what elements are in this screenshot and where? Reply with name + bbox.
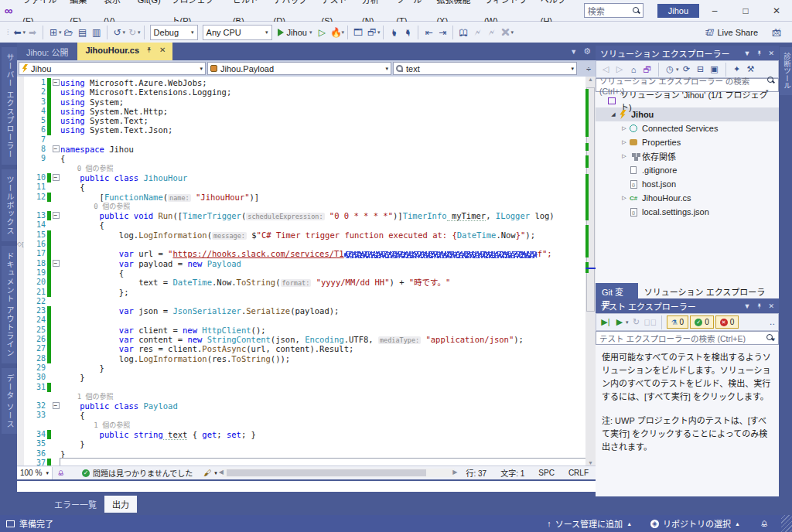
code-line-4[interactable]: 4using System.Net.Http; [24, 107, 585, 116]
notifications-bell-icon[interactable]: 🕭 [751, 519, 778, 528]
codelens-row[interactable]: 1 個の参照 [24, 421, 585, 430]
resize-grip[interactable] [781, 515, 792, 532]
tree-item-依存関係[interactable]: ▷依存関係 [596, 149, 779, 163]
scroll-left-icon[interactable]: ◀ [219, 469, 224, 476]
open-file-icon[interactable]: 🗁 [62, 26, 76, 39]
code-line-29[interactable]: 29 } [24, 363, 585, 373]
feedback-icon[interactable]: 🖄 [772, 27, 781, 38]
tree-item-Properties[interactable]: ▷Properties [596, 135, 779, 149]
solution-explorer-search[interactable]: ソリューション エクスプローラー の検索 (Ctrl+:) ▾ [596, 78, 779, 92]
code-line-12[interactable]: 12 [FunctionName(name: "JihouHour")] [24, 193, 585, 202]
code-line-2[interactable]: 2using Microsoft.Extensions.Logging; [24, 87, 585, 97]
tree-item-local.settings.json[interactable]: {}local.settings.json [596, 205, 779, 219]
te-run-all-icon[interactable]: ▶| [599, 317, 612, 327]
maximize-button[interactable]: □ [730, 0, 761, 21]
code-line-19[interactable]: 19 { [24, 268, 585, 278]
tab-options-icon[interactable]: ⚙ [583, 46, 591, 56]
se-home-icon[interactable]: ⌂ [627, 65, 640, 74]
code-line-37[interactable]: 37 [24, 459, 585, 466]
scroll-down-icon[interactable]: ▼ [585, 460, 596, 466]
expander-icon[interactable]: ▷ [620, 153, 628, 159]
fold-collapse-icon[interactable]: − [53, 174, 60, 181]
member-dropdown[interactable]: text ▾ [393, 62, 577, 75]
tab-jihou-publish[interactable]: Jihou: 公開 [17, 43, 77, 60]
left-tab-サーバー エクスプローラー[interactable]: サーバー エクスプローラー [2, 47, 18, 165]
new-window-icon[interactable]: 🗔 [351, 26, 365, 39]
window-menu-icon[interactable]: ▼ [744, 49, 751, 57]
decrease-indent-icon[interactable]: ⇤ [422, 26, 435, 39]
test-explorer-search[interactable]: テスト エクスプローラーの検索 (Ctrl+E) ▾ [596, 331, 779, 345]
te-total-badge[interactable]: ⚗ 0 [667, 315, 689, 329]
code-line-5[interactable]: 5using System.Text; [24, 116, 585, 125]
close-window-icon[interactable]: ✕ [768, 302, 774, 310]
tab-error-list[interactable]: エラー一覧 [46, 496, 104, 513]
code-line-17[interactable]: 17 var url = "https://hooks.slack.com/se… [24, 249, 585, 258]
se-forward-icon[interactable]: ▷ [613, 64, 626, 74]
split-window-icon[interactable]: ÷ [586, 64, 594, 73]
te-run-icon[interactable]: ▶ [613, 317, 626, 327]
te-passed-badge[interactable]: ✓ 0 [690, 315, 714, 329]
left-tab-データ ソース[interactable]: データ ソース [2, 368, 18, 435]
save-all-icon[interactable]: ▥ [90, 26, 104, 39]
scroll-right-icon[interactable]: ▶ [452, 469, 457, 476]
code-line-27[interactable]: 27 var res = client.PostAsync(url, conte… [24, 344, 585, 353]
start-debugging-button[interactable]: Jihou ▾ [278, 28, 312, 37]
fold-collapse-icon[interactable]: − [53, 145, 60, 152]
code-line-7[interactable]: 7 [24, 135, 585, 145]
live-share-button[interactable]: 🖅 Live Share 🖄 [705, 27, 781, 38]
code-line-23[interactable]: 23 var json = JsonSerializer.Serialize(p… [24, 306, 585, 315]
expander-icon[interactable]: ▷ [620, 125, 628, 131]
close-tab-icon[interactable]: ✕ [159, 46, 166, 54]
zoom-select[interactable]: 100 %▾ [17, 467, 53, 479]
code-line-25[interactable]: 25 var client = new HttpClient(); [24, 326, 585, 335]
tab-output[interactable]: 出力 [104, 496, 137, 513]
code-line-8[interactable]: 8−namespace Jihou [24, 145, 585, 154]
close-button[interactable]: ✕ [761, 0, 792, 21]
tree-item-.gitignore[interactable]: .gitignore [596, 163, 779, 177]
solution-platform-select[interactable]: Any CPU▾ [203, 25, 272, 40]
te-failed-badge[interactable]: ✕ 0 [715, 315, 739, 329]
se-pending-changes-filter-icon[interactable]: ◷ [664, 64, 676, 74]
code-line-21[interactable]: 21 }; [24, 288, 585, 297]
space-mode-indicator[interactable]: SPC [531, 469, 562, 477]
hscroll-thumb[interactable] [227, 469, 427, 476]
tab-jihouhour-cs[interactable]: JihouHour.cs 🖈 ✕ [77, 43, 172, 60]
code-line-33[interactable]: 33 { [24, 411, 585, 420]
start-without-debugging-icon[interactable]: ▷ [315, 26, 329, 39]
se-show-all-files-icon[interactable]: ✦ [731, 64, 743, 74]
uncomment-icon[interactable]: 🖣 [401, 26, 415, 39]
se-collapse-all-icon[interactable]: ⊟ [695, 64, 707, 74]
code-cleanup-icon[interactable]: 🖌 [203, 469, 211, 477]
se-properties-icon[interactable]: ▣ [708, 64, 721, 74]
comment-icon[interactable]: 🖢 [387, 26, 401, 39]
prev-bookmark-icon[interactable]: 🗲 [470, 26, 484, 39]
te-cancel-icon[interactable]: ▶⃠ [644, 318, 657, 327]
code-line-34[interactable]: 34 public string text { get; set; } [24, 430, 585, 439]
fold-collapse-icon[interactable]: − [53, 212, 60, 219]
tab-diagnostic-tools[interactable]: 診断ツール [780, 47, 792, 95]
tab-list-dropdown-icon[interactable]: ▼ [570, 48, 577, 56]
code-line-18[interactable]: 18− var payload = new Payload [24, 259, 585, 268]
code-line-10[interactable]: 10− public class JihouHour [24, 173, 585, 182]
next-bookmark-icon[interactable]: 🗲 [484, 26, 498, 39]
window-menu-icon[interactable]: ▼ [744, 302, 751, 310]
code-line-30[interactable]: 30 } [24, 373, 585, 382]
expander-icon[interactable]: ◢ [609, 111, 617, 118]
code-line-1[interactable]: 1−using Microsoft.Azure.WebJobs; [24, 78, 585, 87]
save-icon[interactable]: ▤ [76, 26, 90, 39]
pin-window-icon[interactable]: 🖈 [756, 302, 763, 310]
code-line-11[interactable]: 11 { [24, 182, 585, 192]
se-sync-with-active-document-icon[interactable]: ⟳ [681, 64, 693, 74]
project-dropdown[interactable]: Jihou ▾ [19, 62, 206, 75]
pin-window-icon[interactable]: 🖈 [756, 49, 763, 57]
se-switch-views-icon[interactable]: 🗗 [641, 65, 654, 74]
fold-collapse-icon[interactable]: − [53, 260, 60, 267]
expander-icon[interactable]: ▷ [620, 195, 628, 201]
code-line-14[interactable]: 14 { [24, 220, 585, 230]
code-line-20[interactable]: 20 text = DateTime.Now.ToString(format: … [24, 278, 585, 287]
te-repeat-run-icon[interactable]: ↻ [630, 317, 643, 327]
code-line-13[interactable]: 13− public void Run([TimerTrigger(schedu… [24, 211, 585, 220]
se-back-icon[interactable]: ◁ [599, 64, 612, 74]
editor-horizontal-scrollbar[interactable]: ◀ ▶ [222, 469, 455, 477]
code-line-35[interactable]: 35 } [24, 439, 585, 448]
